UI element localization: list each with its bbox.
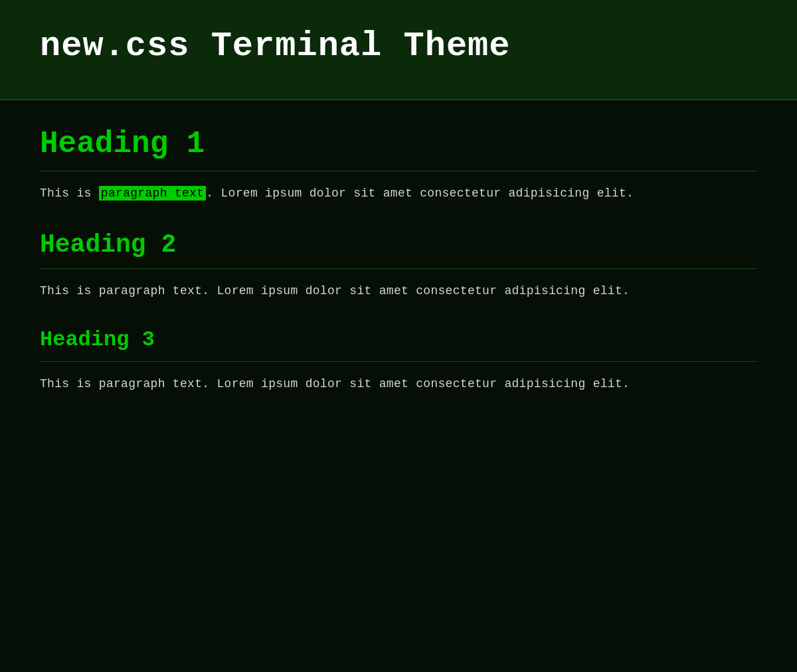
paragraph-1-text-after: . Lorem ipsum dolor sit amet consectetur… [206, 187, 634, 200]
paragraph-3: This is paragraph text. Lorem ipsum dolo… [40, 374, 757, 394]
section-2: Heading 2 This is paragraph text. Lorem … [40, 230, 757, 301]
page-header: new.css Terminal Theme [0, 0, 797, 100]
page-title: new.css Terminal Theme [40, 27, 757, 66]
section-3: Heading 3 This is paragraph text. Lorem … [40, 327, 757, 394]
heading-2: Heading 2 [40, 230, 757, 269]
heading-3: Heading 3 [40, 327, 757, 362]
paragraph-2: This is paragraph text. Lorem ipsum dolo… [40, 281, 757, 301]
paragraph-1-text-before: This is [40, 187, 99, 200]
heading-1: Heading 1 [40, 127, 757, 171]
paragraph-1-highlight: paragraph text [99, 186, 206, 201]
main-content: Heading 1 This is paragraph text. Lorem … [0, 100, 797, 448]
paragraph-1: This is paragraph text. Lorem ipsum dolo… [40, 183, 757, 204]
section-1: Heading 1 This is paragraph text. Lorem … [40, 127, 757, 204]
